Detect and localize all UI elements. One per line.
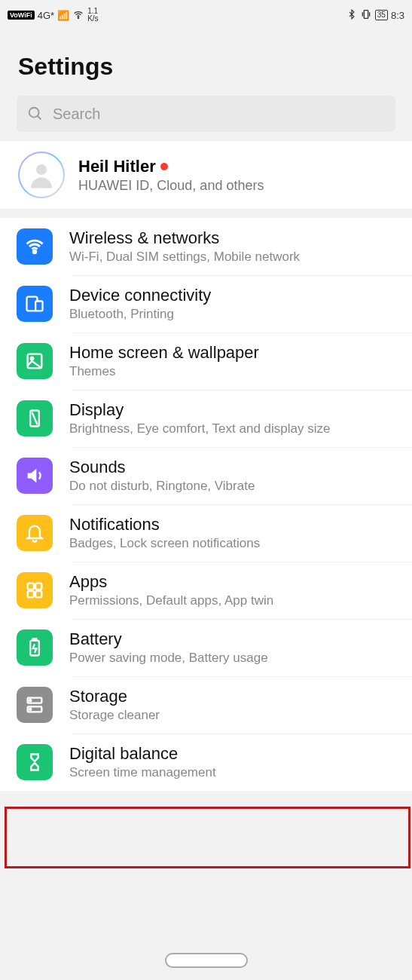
wifi-icon — [17, 228, 53, 265]
svg-line-11 — [32, 412, 38, 424]
item-sub: Power saving mode, Battery usage — [69, 651, 268, 666]
svg-rect-1 — [364, 10, 368, 18]
speed-unit: K/s — [87, 15, 98, 23]
item-title: Home screen & wallpaper — [69, 343, 259, 363]
item-sub: Do not disturb, Ringtone, Vibrate — [69, 479, 255, 494]
bell-icon — [17, 515, 53, 551]
svg-rect-12 — [28, 583, 34, 590]
item-digital-balance[interactable]: Digital balance Screen time management — [0, 733, 412, 791]
item-sub: Screen time management — [69, 765, 216, 780]
apps-icon — [17, 572, 53, 608]
item-sub: Brightness, Eye comfort, Text and displa… — [69, 421, 330, 436]
item-home-wallpaper[interactable]: Home screen & wallpaper Themes — [0, 332, 412, 390]
item-display[interactable]: Display Brightness, Eye comfort, Text an… — [0, 390, 412, 447]
search-input[interactable]: Search — [17, 96, 395, 132]
svg-line-3 — [38, 116, 41, 120]
item-title: Digital balance — [69, 744, 216, 764]
storage-icon — [17, 687, 53, 723]
notification-dot-icon — [160, 163, 168, 170]
item-sub: Badges, Lock screen notifications — [69, 536, 260, 551]
devices-icon — [17, 286, 53, 322]
item-title: Apps — [69, 572, 273, 592]
item-title: Notifications — [69, 515, 260, 534]
item-title: Battery — [69, 629, 268, 649]
item-battery[interactable]: Battery Power saving mode, Battery usage — [0, 619, 412, 676]
item-apps[interactable]: Apps Permissions, Default apps, App twin — [0, 562, 412, 619]
display-icon — [17, 400, 53, 436]
item-device-connectivity[interactable]: Device connectivity Bluetooth, Printing — [0, 275, 412, 332]
item-sub: Permissions, Default apps, App twin — [69, 593, 273, 608]
gesture-bar[interactable] — [165, 953, 248, 968]
signal-icon: 📶 — [57, 10, 69, 21]
item-title: Display — [69, 400, 330, 420]
item-sub: Themes — [69, 364, 259, 379]
hourglass-icon — [17, 744, 53, 780]
page-title: Settings — [0, 30, 412, 96]
svg-point-5 — [33, 250, 36, 253]
svg-point-4 — [36, 164, 47, 175]
account-sub: HUAWEI ID, Cloud, and others — [78, 178, 264, 194]
item-title: Storage — [69, 687, 160, 706]
svg-rect-7 — [35, 302, 42, 311]
vibrate-icon — [360, 8, 372, 23]
bluetooth-icon — [346, 9, 357, 22]
search-icon — [27, 106, 44, 122]
svg-point-2 — [29, 108, 39, 118]
wifi-icon — [72, 8, 84, 23]
search-placeholder: Search — [53, 106, 100, 123]
item-notifications[interactable]: Notifications Badges, Lock screen notifi… — [0, 504, 412, 562]
item-sub: Storage cleaner — [69, 708, 160, 723]
highlight-annotation — [5, 807, 410, 868]
item-storage[interactable]: Storage Storage cleaner — [0, 676, 412, 733]
svg-rect-17 — [33, 639, 37, 640]
vowifi-badge: VoWiFi — [8, 11, 35, 20]
item-title: Device connectivity — [69, 286, 211, 305]
svg-point-20 — [29, 700, 31, 701]
item-sub: Wi-Fi, Dual SIM settings, Mobile network — [69, 250, 300, 265]
item-title: Wireless & networks — [69, 228, 300, 248]
account-row[interactable]: Heil Hitler HUAWEI ID, Cloud, and others — [0, 141, 412, 209]
network-indicator: 4G* — [38, 10, 54, 21]
item-sub: Bluetooth, Printing — [69, 307, 211, 322]
avatar — [18, 152, 65, 198]
item-title: Sounds — [69, 458, 255, 477]
status-bar: VoWiFi 4G* 📶 1.1 K/s 35 8:3 — [0, 0, 412, 30]
account-name: Heil Hitler — [78, 157, 156, 176]
settings-list: Wireless & networks Wi-Fi, Dual SIM sett… — [0, 218, 412, 791]
item-sounds[interactable]: Sounds Do not disturb, Ringtone, Vibrate — [0, 447, 412, 504]
clock: 8:3 — [391, 10, 404, 21]
svg-point-21 — [29, 709, 31, 710]
item-wireless-networks[interactable]: Wireless & networks Wi-Fi, Dual SIM sett… — [0, 218, 412, 275]
svg-rect-15 — [35, 591, 41, 597]
sound-icon — [17, 458, 53, 494]
svg-rect-13 — [35, 583, 41, 590]
svg-rect-14 — [28, 591, 34, 597]
svg-point-0 — [78, 17, 78, 18]
battery-indicator: 35 — [375, 10, 388, 20]
svg-point-9 — [31, 357, 34, 360]
battery-icon — [17, 629, 53, 666]
wallpaper-icon — [17, 343, 53, 379]
